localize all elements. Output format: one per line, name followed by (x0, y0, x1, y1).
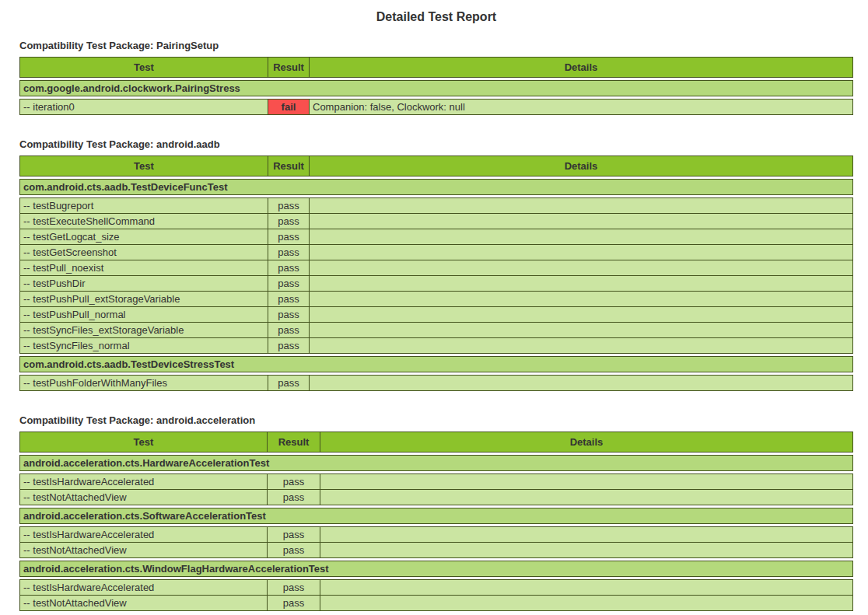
test-name-cell: -- testSyncFiles_normal (20, 338, 268, 354)
test-result-cell: pass (268, 229, 310, 245)
test-details-cell: Companion: false, Clockwork: null (310, 100, 853, 115)
page-title: Detailed Test Report (19, 10, 853, 24)
test-details-cell (310, 376, 853, 391)
test-result-cell: pass (268, 307, 310, 323)
test-result-cell: pass (268, 214, 310, 229)
test-details-cell (320, 527, 853, 543)
detailed-test-report: Detailed Test Report Compatibility Test … (0, 0, 868, 615)
test-result-cell: pass (268, 596, 320, 611)
test-rows-table: -- testBugreportpass-- testExecuteShellC… (19, 197, 853, 354)
test-row: -- testPushDirpass (20, 276, 853, 292)
test-details-cell (310, 338, 853, 354)
col-header-test: Test (20, 58, 268, 78)
test-row: -- testPushPull_normalpass (20, 307, 853, 323)
col-header-details: Details (320, 432, 853, 453)
class-row: com.android.cts.aadb.TestDeviceStressTes… (20, 357, 853, 372)
header-row: TestResultDetails (20, 156, 853, 176)
header-row: TestResultDetails (20, 58, 853, 78)
class-row-table: com.android.cts.aadb.TestDeviceStressTes… (19, 356, 853, 372)
class-row-table: com.google.android.clockwork.PairingStre… (19, 80, 853, 96)
test-row: -- testSyncFiles_extStorageVariablepass (20, 323, 853, 338)
test-package-section: Compatibility Test Package: PairingSetup… (19, 40, 853, 115)
col-header-details: Details (310, 156, 853, 176)
test-details-cell (310, 245, 853, 260)
test-details-cell (320, 596, 853, 611)
test-details-cell (320, 490, 853, 505)
test-row: -- testBugreportpass (20, 198, 853, 214)
test-package-section: Compatibility Test Package: android.aadb… (19, 138, 853, 391)
class-name-cell: android.acceleration.cts.HardwareAcceler… (20, 456, 853, 471)
test-details-cell (320, 543, 853, 558)
test-name-cell: -- testNotAttachedView (20, 596, 268, 611)
class-row: android.acceleration.cts.WindowFlagHardw… (20, 561, 853, 577)
test-name-cell: -- testPushFolderWithManyFiles (20, 376, 268, 391)
results-header-table: TestResultDetails (19, 432, 853, 453)
class-row-table: android.acceleration.cts.HardwareAcceler… (19, 455, 853, 471)
test-rows-table: -- testIsHardwareAcceleratedpass-- testN… (19, 473, 853, 505)
test-row: -- testPushPull_extStorageVariablepass (20, 292, 853, 307)
test-result-cell: pass (268, 474, 320, 490)
class-row: android.acceleration.cts.HardwareAcceler… (20, 456, 853, 471)
test-result-cell: pass (268, 245, 310, 260)
test-name-cell: -- testExecuteShellCommand (20, 214, 268, 229)
test-row: -- testPushFolderWithManyFilespass (20, 376, 853, 391)
test-row: -- testSyncFiles_normalpass (20, 338, 853, 354)
test-name-cell: -- testPull_noexist (20, 260, 268, 276)
col-header-result: Result (268, 58, 310, 78)
test-details-cell (310, 260, 853, 276)
test-result-cell: pass (268, 276, 310, 292)
col-header-details: Details (310, 58, 853, 78)
col-header-test: Test (20, 156, 268, 176)
test-row: -- testExecuteShellCommandpass (20, 214, 853, 229)
section-heading: Compatibility Test Package: PairingSetup (19, 40, 853, 51)
test-name-cell: -- testPushDir (20, 276, 268, 292)
test-result-cell: pass (268, 323, 310, 338)
test-result-cell: fail (268, 100, 310, 115)
section-heading: Compatibility Test Package: android.acce… (19, 414, 853, 426)
test-result-cell: pass (268, 338, 310, 354)
test-rows-table: -- testPushFolderWithManyFilespass (19, 375, 853, 391)
class-row: android.acceleration.cts.SoftwareAcceler… (20, 508, 853, 524)
test-name-cell: -- testPushPull_extStorageVariable (20, 292, 268, 307)
class-row: com.android.cts.aadb.TestDeviceFuncTest (20, 180, 853, 195)
test-details-cell (310, 292, 853, 307)
report-sections: Compatibility Test Package: PairingSetup… (19, 40, 853, 611)
test-rows-table: -- testIsHardwareAcceleratedpass-- testN… (19, 579, 853, 611)
test-name-cell: -- testGetScreenshot (20, 245, 268, 260)
col-header-test: Test (20, 432, 268, 453)
test-details-cell (320, 474, 853, 490)
class-row-table: com.android.cts.aadb.TestDeviceFuncTest (19, 179, 853, 195)
col-header-result: Result (268, 432, 320, 453)
header-row: TestResultDetails (20, 432, 853, 453)
test-details-cell (310, 323, 853, 338)
col-header-result: Result (268, 156, 310, 176)
class-name-cell: android.acceleration.cts.WindowFlagHardw… (20, 561, 853, 577)
test-result-cell: pass (268, 580, 320, 596)
test-details-cell (320, 580, 853, 596)
test-row: -- testNotAttachedViewpass (20, 543, 853, 558)
class-name-cell: com.google.android.clockwork.PairingStre… (20, 81, 853, 96)
test-details-cell (310, 276, 853, 292)
section-heading: Compatibility Test Package: android.aadb (19, 138, 853, 150)
test-name-cell: -- testGetLogcat_size (20, 229, 268, 245)
test-result-cell: pass (268, 490, 320, 505)
test-name-cell: -- iteration0 (20, 100, 268, 115)
test-name-cell: -- testNotAttachedView (20, 543, 268, 558)
test-row: -- testGetLogcat_sizepass (20, 229, 853, 245)
test-result-cell: pass (268, 292, 310, 307)
test-package-section: Compatibility Test Package: android.acce… (19, 414, 853, 611)
results-header-table: TestResultDetails (19, 155, 853, 176)
test-result-cell: pass (268, 260, 310, 276)
test-name-cell: -- testPushPull_normal (20, 307, 268, 323)
test-row: -- testIsHardwareAcceleratedpass (20, 527, 853, 543)
test-result-cell: pass (268, 543, 320, 558)
test-result-cell: pass (268, 198, 310, 214)
class-name-cell: android.acceleration.cts.SoftwareAcceler… (20, 508, 853, 524)
test-result-cell: pass (268, 527, 320, 543)
test-details-cell (310, 198, 853, 214)
test-row: -- testNotAttachedViewpass (20, 490, 853, 505)
test-details-cell (310, 229, 853, 245)
test-details-cell (310, 214, 853, 229)
class-row-table: android.acceleration.cts.WindowFlagHardw… (19, 561, 853, 577)
class-row: com.google.android.clockwork.PairingStre… (20, 81, 853, 96)
